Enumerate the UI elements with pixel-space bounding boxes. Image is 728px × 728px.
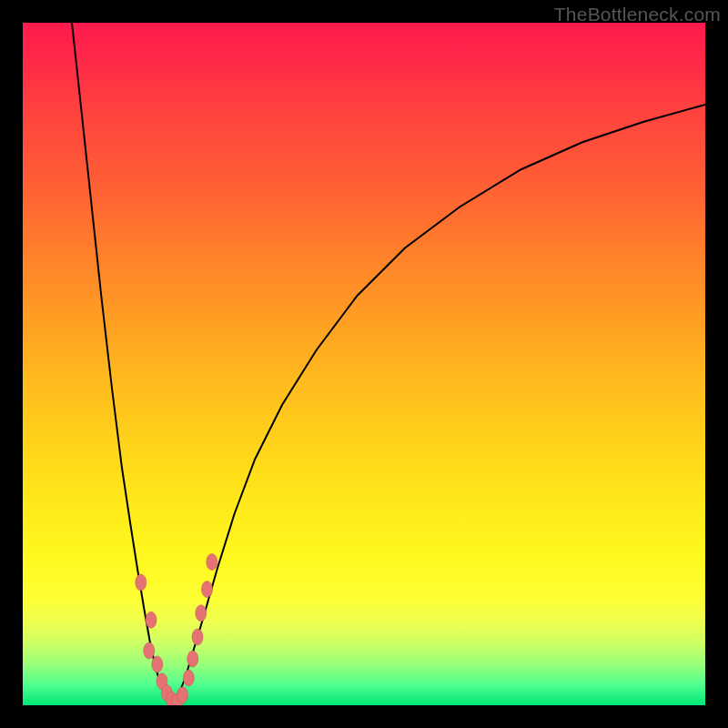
data-point-marker xyxy=(152,656,163,672)
data-point-marker xyxy=(144,642,155,659)
chart-frame: TheBottleneck.com xyxy=(0,0,728,728)
data-point-marker xyxy=(177,687,188,703)
watermark-text: TheBottleneck.com xyxy=(554,4,721,25)
data-point-marker xyxy=(146,612,157,628)
plot-area xyxy=(23,23,705,705)
data-point-marker xyxy=(196,605,207,622)
curve-left-branch xyxy=(72,23,173,704)
data-point-marker xyxy=(202,581,213,598)
data-point-marker xyxy=(136,574,147,591)
data-point-marker xyxy=(207,554,217,571)
chart-svg xyxy=(23,23,705,705)
curve-right-branch xyxy=(173,105,705,704)
data-point-marker xyxy=(192,629,203,645)
data-point-marker xyxy=(183,670,194,686)
data-point-marker xyxy=(187,651,198,667)
